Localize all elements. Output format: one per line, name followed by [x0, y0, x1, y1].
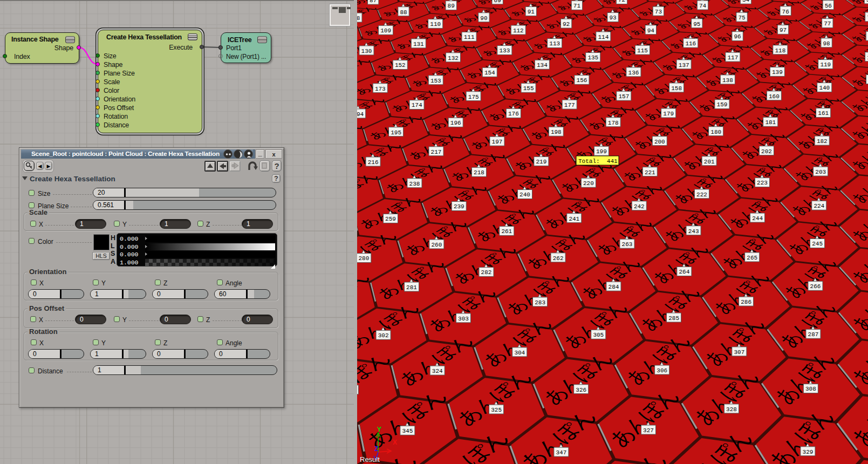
- svg-text:328: 328: [726, 406, 737, 413]
- svg-text:222: 222: [696, 192, 707, 198]
- svg-text:176: 176: [508, 111, 519, 117]
- svg-text:194: 194: [357, 111, 364, 118]
- svg-text:345: 345: [402, 428, 413, 434]
- svg-text:196: 196: [450, 120, 461, 126]
- svg-text:74: 74: [699, 3, 707, 9]
- svg-text:264: 264: [679, 269, 689, 275]
- svg-text:238: 238: [409, 181, 420, 187]
- svg-text:112: 112: [513, 28, 524, 34]
- svg-text:307: 307: [734, 349, 744, 356]
- svg-text:135: 135: [587, 54, 598, 61]
- svg-text:178: 178: [608, 120, 619, 126]
- svg-text:115: 115: [637, 47, 648, 54]
- svg-text:198: 198: [551, 129, 562, 135]
- svg-text:219: 219: [536, 159, 546, 165]
- svg-text:175: 175: [468, 94, 479, 100]
- svg-text:287: 287: [808, 331, 819, 338]
- svg-text:155: 155: [523, 85, 534, 92]
- svg-text:283: 283: [535, 299, 545, 306]
- svg-text:153: 153: [430, 78, 441, 84]
- svg-text:221: 221: [645, 169, 655, 176]
- svg-text:131: 131: [413, 41, 424, 47]
- svg-text:173: 173: [375, 86, 386, 92]
- svg-text:329: 329: [803, 449, 814, 455]
- svg-text:113: 113: [549, 40, 560, 47]
- svg-text:114: 114: [598, 34, 609, 40]
- svg-text:160: 160: [769, 93, 780, 100]
- svg-text:218: 218: [474, 169, 484, 176]
- svg-text:X: X: [393, 439, 397, 446]
- svg-text:244: 244: [752, 215, 763, 222]
- svg-text:195: 195: [391, 129, 401, 136]
- svg-text:161: 161: [818, 110, 829, 117]
- svg-text:182: 182: [817, 138, 828, 145]
- svg-text:201: 201: [704, 159, 715, 165]
- svg-text:116: 116: [685, 40, 696, 47]
- svg-text:Y: Y: [377, 426, 381, 433]
- svg-text:259: 259: [385, 216, 396, 222]
- svg-text:262: 262: [553, 255, 564, 262]
- svg-text:266: 266: [810, 283, 821, 290]
- svg-text:224: 224: [814, 203, 824, 209]
- svg-text:73: 73: [655, 9, 662, 15]
- svg-text:133: 133: [499, 47, 510, 54]
- svg-text:223: 223: [757, 180, 768, 186]
- svg-text:92: 92: [563, 21, 570, 28]
- svg-text:308: 308: [805, 386, 816, 392]
- svg-text:76: 76: [782, 9, 789, 15]
- svg-text:179: 179: [663, 111, 674, 117]
- svg-text:Result: Result: [360, 455, 380, 463]
- svg-text:284: 284: [609, 284, 619, 290]
- svg-text:130: 130: [361, 48, 372, 54]
- svg-text:140: 140: [819, 85, 830, 91]
- svg-text:93: 93: [609, 15, 616, 21]
- svg-text:139: 139: [772, 69, 783, 76]
- svg-text:117: 117: [727, 54, 738, 61]
- svg-text:71: 71: [573, 3, 581, 9]
- svg-text:202: 202: [761, 148, 772, 155]
- svg-text:138: 138: [722, 77, 733, 84]
- svg-text:97: 97: [780, 27, 787, 33]
- svg-text:69: 69: [494, 0, 501, 4]
- svg-text:87: 87: [370, 0, 377, 4]
- svg-text:245: 245: [812, 241, 823, 247]
- svg-text:304: 304: [514, 350, 525, 356]
- svg-text:203: 203: [815, 169, 826, 175]
- svg-text:327: 327: [643, 427, 654, 434]
- svg-text:181: 181: [765, 119, 776, 126]
- svg-text:108: 108: [357, 15, 360, 22]
- svg-text:75: 75: [738, 15, 745, 21]
- svg-text:109: 109: [380, 28, 391, 34]
- svg-text:239: 239: [454, 203, 464, 210]
- svg-text:119: 119: [820, 62, 831, 68]
- svg-text:90: 90: [480, 15, 487, 22]
- svg-text:111: 111: [464, 34, 475, 40]
- svg-text:217: 217: [431, 149, 442, 155]
- svg-text:241: 241: [569, 216, 579, 222]
- svg-text:154: 154: [484, 70, 495, 76]
- svg-text:197: 197: [492, 139, 503, 145]
- svg-text:110: 110: [430, 21, 441, 28]
- svg-text:325: 325: [491, 407, 502, 413]
- svg-text:Z: Z: [374, 445, 378, 453]
- svg-text:159: 159: [717, 101, 728, 108]
- svg-text:324: 324: [432, 368, 443, 374]
- svg-text:285: 285: [668, 315, 679, 322]
- svg-text:200: 200: [654, 139, 665, 145]
- svg-text:137: 137: [679, 62, 689, 69]
- svg-text:174: 174: [412, 102, 422, 108]
- svg-text:263: 263: [622, 241, 633, 248]
- svg-text:281: 281: [406, 284, 417, 291]
- svg-text:280: 280: [358, 255, 369, 262]
- svg-text:305: 305: [593, 332, 604, 338]
- svg-text:158: 158: [671, 85, 682, 92]
- svg-text:95: 95: [693, 21, 700, 28]
- svg-text:216: 216: [368, 159, 379, 166]
- svg-text:77: 77: [824, 21, 831, 27]
- svg-text:243: 243: [688, 228, 699, 235]
- svg-text:265: 265: [747, 255, 757, 261]
- svg-text:134: 134: [537, 62, 548, 69]
- svg-text:88: 88: [400, 9, 407, 16]
- svg-text:Total: 441: Total: 441: [578, 158, 618, 165]
- svg-text:302: 302: [378, 332, 389, 339]
